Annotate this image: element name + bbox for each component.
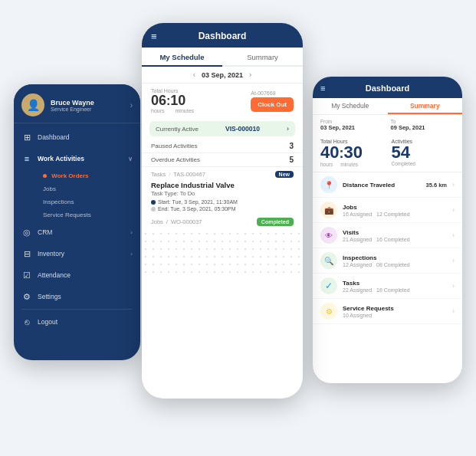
- sidebar-item-crm[interactable]: ◎ CRM ›: [14, 221, 140, 243]
- summary-item-distance[interactable]: 📍 Distance Traveled 35.6 km ›: [313, 172, 462, 198]
- distance-name: Distance Traveled: [343, 182, 420, 189]
- tasks-counts: 22 Assigned 18 Completed: [343, 287, 447, 293]
- profile-chevron-icon: ›: [130, 101, 133, 110]
- main-menu: ⊞ Dashboard ≡ Work Activities ∨ Work Ord…: [14, 123, 140, 336]
- sidebar-item-label: Inventory: [38, 250, 64, 258]
- clock-out-button[interactable]: Clock Out: [251, 97, 294, 112]
- user-name: Bruce Wayne: [51, 99, 124, 107]
- hours-value: 06: [151, 93, 166, 107]
- overdue-label: Overdue Activities: [151, 156, 200, 163]
- distance-arrow-icon: ›: [452, 181, 455, 189]
- sidebar-item-logout[interactable]: ⎋ Logout: [14, 311, 140, 333]
- tab-my-schedule[interactable]: My Schedule: [142, 48, 222, 67]
- currently-active-label: Currently Active: [156, 126, 199, 133]
- vis-id: VIS-000010: [225, 125, 260, 133]
- avatar: 👤: [21, 93, 44, 116]
- hours-unit: hours: [151, 108, 165, 113]
- service-name: Service Requests: [343, 305, 447, 312]
- task-type-label: Task Type:: [151, 190, 179, 197]
- inventory-icon: ⊟: [21, 248, 32, 259]
- center-header: ≡ Dashboard: [142, 23, 303, 48]
- hamburger-icon[interactable]: ≡: [151, 31, 157, 42]
- summary-item-service-requests[interactable]: ⚙ Service Requests 10 Assigned ›: [313, 299, 462, 324]
- distance-info: Distance Traveled: [343, 182, 420, 189]
- submenu-item-service-requests[interactable]: Service Requests: [35, 208, 140, 221]
- next-date-arrow[interactable]: ›: [249, 71, 251, 79]
- sidebar-item-label: Settings: [38, 293, 61, 300]
- job-path: Jobs: [151, 218, 163, 225]
- total-hours-stat: Total Hours 40 : 30 hours minutes: [320, 138, 384, 167]
- sidebar-item-dashboard[interactable]: ⊞ Dashboard: [14, 126, 140, 148]
- dashboard-icon: ⊞: [21, 132, 32, 143]
- summary-item-visits[interactable]: 👁 Visits 21 Assigned 16 Completed ›: [313, 223, 462, 248]
- inspections-icon: 🔍: [320, 252, 337, 269]
- right-tab-my-schedule[interactable]: My Schedule: [313, 98, 388, 114]
- service-info: Service Requests 10 Assigned: [343, 305, 447, 318]
- summary-list: 📍 Distance Traveled 35.6 km › 💼 Jobs 16 …: [313, 172, 462, 324]
- date-range: From 03 Sep, 2021 To 09 Sep, 2021: [313, 115, 462, 135]
- center-title: Dashboard: [199, 31, 247, 41]
- jobs-counts: 16 Assigned 12 Completed: [343, 212, 447, 217]
- right-tab-summary[interactable]: Summary: [388, 98, 463, 114]
- task-path: Tasks: [151, 171, 166, 178]
- tab-summary[interactable]: Summary: [222, 48, 303, 65]
- minutes-value: 10: [170, 93, 185, 107]
- minutes-value: 30: [343, 144, 362, 161]
- attendance-icon: ☑: [21, 270, 32, 280]
- crm-arrow-icon: ›: [130, 229, 133, 236]
- completed-label: Completed: [392, 161, 455, 166]
- distance-value: 35.6 km: [425, 182, 447, 189]
- jobs-arrow-icon: ›: [452, 206, 455, 214]
- expand-arrow-icon: ∨: [128, 156, 133, 162]
- summary-item-inspections[interactable]: 🔍 Inspections 12 Assigned 08 Completed ›: [313, 248, 462, 274]
- active-arrow-icon: ›: [287, 125, 289, 133]
- right-header: ≡ Dashboard: [313, 77, 462, 98]
- job-slash: /: [166, 218, 168, 225]
- sidebar-item-work-activities[interactable]: ≡ Work Activities ∨: [14, 148, 140, 169]
- jobs-icon: 💼: [320, 202, 337, 218]
- jobs-name: Jobs: [343, 204, 447, 211]
- sidebar-item-label: Work Activities: [38, 155, 84, 162]
- sidebar-item-settings[interactable]: ⚙ Settings: [14, 286, 140, 307]
- submenu-item-jobs[interactable]: Jobs: [35, 182, 140, 195]
- menu-divider: [21, 309, 133, 310]
- jobs-info: Jobs 16 Assigned 12 Completed: [343, 204, 447, 217]
- job-breadcrumb: Jobs / WO-000037 Completed: [142, 214, 303, 230]
- user-profile-header[interactable]: 👤 Bruce Wayne Service Engineer ›: [14, 84, 140, 123]
- visits-icon: 👁: [320, 227, 337, 244]
- hours-bar: Total Hours 06 : 10 hours minutes At-007…: [142, 84, 303, 118]
- hours-value: 40: [320, 144, 339, 161]
- sidebar-item-label: Logout: [38, 318, 57, 326]
- inventory-arrow-icon: ›: [130, 251, 133, 258]
- center-tab-bar: My Schedule Summary: [142, 48, 303, 67]
- summary-item-jobs[interactable]: 💼 Jobs 16 Assigned 12 Completed ›: [313, 198, 462, 223]
- activities-count: 54: [392, 144, 455, 161]
- sidebar-item-inventory[interactable]: ⊟ Inventory ›: [14, 243, 140, 264]
- currently-active-bar[interactable]: Currently Active VIS-000010 ›: [149, 121, 295, 136]
- job-id: WO-000037: [171, 218, 202, 225]
- date-to: To 09 Sep, 2021: [391, 119, 455, 131]
- breadcrumb-slash: /: [169, 171, 170, 178]
- submenu-item-work-orders[interactable]: Work Orders: [35, 169, 140, 182]
- tasks-name: Tasks: [343, 280, 447, 287]
- right-hamburger-icon[interactable]: ≡: [320, 84, 325, 93]
- service-arrow-icon: ›: [452, 307, 455, 315]
- sidebar-item-attendance[interactable]: ☑ Attendance: [14, 264, 140, 286]
- prev-date-arrow[interactable]: ‹: [193, 71, 195, 79]
- paused-label: Paused Activities: [151, 143, 197, 149]
- overdue-activities-row[interactable]: Overdue Activities 5: [142, 153, 303, 167]
- at-id: At-007668: [251, 90, 294, 96]
- from-date: 03 Sep, 2021: [320, 124, 385, 131]
- work-activities-submenu: Work Orders Jobs Inspections Service Req…: [14, 169, 140, 221]
- hours-unit: hours: [320, 162, 333, 167]
- right-tab-bar: My Schedule Summary: [313, 98, 462, 115]
- activities-stat: Activities 54 Completed: [392, 138, 455, 167]
- service-counts: 10 Assigned: [343, 313, 447, 318]
- submenu-item-inspections[interactable]: Inspections: [35, 195, 140, 208]
- sidebar-item-label: Dashboard: [38, 133, 70, 141]
- start-time-text: Start: Tue, 3 Sep, 2021, 11:30AM: [158, 199, 238, 205]
- paused-activities-row[interactable]: Paused Activities 3: [142, 139, 303, 153]
- date-navigation: ‹ 03 Sep, 2021 ›: [142, 67, 303, 84]
- summary-item-tasks[interactable]: ✓ Tasks 22 Assigned 18 Completed ›: [313, 274, 462, 299]
- left-phone: 👤 Bruce Wayne Service Engineer › ⊞ Dashb…: [14, 84, 140, 360]
